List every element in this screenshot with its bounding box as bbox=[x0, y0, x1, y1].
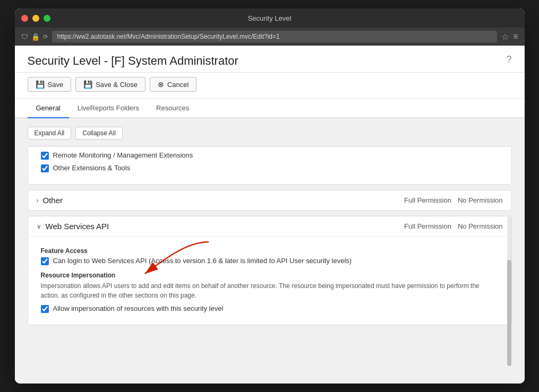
star-icon[interactable]: ☆ bbox=[501, 32, 509, 42]
cancel-icon: ⊗ bbox=[158, 80, 164, 89]
other-title-label: Other bbox=[43, 196, 63, 205]
list-item: Allow impersonation of resources with th… bbox=[41, 304, 499, 313]
scrollbar-thumb[interactable] bbox=[507, 260, 511, 366]
save-close-button[interactable]: 💾 Save & Close bbox=[75, 77, 146, 92]
list-item: Other Extensions & Tools bbox=[41, 164, 499, 172]
extensions-tools-section: Remote Monitoring / Management Extension… bbox=[28, 146, 512, 185]
save-label: Save bbox=[48, 81, 64, 89]
menu-icon[interactable]: ≡ bbox=[513, 32, 518, 42]
web-services-title-label: Web Services API bbox=[46, 222, 109, 231]
web-services-api-header[interactable]: ∨ Web Services API Full Permission No Pe… bbox=[28, 216, 511, 236]
list-item: Remote Monitoring / Management Extension… bbox=[41, 151, 499, 160]
can-login-label: Can login to Web Services API (Access to… bbox=[53, 257, 352, 265]
resource-impersonation-description: Impersonation allows API users to add an… bbox=[41, 281, 499, 300]
toolbar: 💾 Save 💾 Save & Close ⊗ Cancel bbox=[15, 73, 525, 99]
allow-impersonation-checkbox[interactable] bbox=[41, 305, 49, 313]
other-section: › Other Full Permission No Permission bbox=[28, 190, 512, 211]
remote-monitoring-checkbox[interactable] bbox=[41, 152, 49, 160]
addressbar: 🛡 🔒 ⟳ ☆ ≡ bbox=[15, 28, 525, 46]
page-header: Security Level - [F] System Administrato… bbox=[15, 46, 525, 73]
web-services-actions: Full Permission No Permission bbox=[404, 222, 502, 230]
other-section-header[interactable]: › Other Full Permission No Permission bbox=[28, 190, 511, 210]
close-button[interactable] bbox=[21, 15, 28, 22]
web-services-api-section: ∨ Web Services API Full Permission No Pe… bbox=[28, 216, 512, 325]
list-item: Can login to Web Services API (Access to… bbox=[41, 257, 499, 265]
titlebar: Security Level bbox=[15, 8, 525, 28]
page-title: Security Level - [F] System Administrato… bbox=[28, 54, 238, 68]
nav-icons: 🛡 🔒 ⟳ bbox=[21, 33, 48, 41]
cancel-button[interactable]: ⊗ Cancel bbox=[150, 77, 196, 92]
extensions-tools-body: Remote Monitoring / Management Extension… bbox=[28, 146, 511, 184]
help-icon[interactable]: ? bbox=[506, 54, 511, 65]
main-content: Expand All Collapse All Remote Monitorin… bbox=[15, 118, 525, 384]
other-extensions-checkbox[interactable] bbox=[41, 164, 49, 172]
collapse-all-button[interactable]: Collapse All bbox=[75, 127, 123, 140]
browser-window: Security Level 🛡 🔒 ⟳ ☆ ≡ Security Level … bbox=[15, 8, 525, 384]
web-services-api-title: ∨ Web Services API bbox=[37, 222, 109, 231]
save-close-label: Save & Close bbox=[96, 81, 138, 89]
tab-resources[interactable]: Resources bbox=[148, 99, 198, 118]
page-content: Security Level - [F] System Administrato… bbox=[15, 46, 525, 384]
bookmark-area: ☆ ≡ bbox=[501, 32, 518, 42]
save-button[interactable]: 💾 Save bbox=[28, 77, 72, 92]
shield-icon: 🛡 bbox=[21, 33, 28, 41]
tabs: General LiveReports Folders Resources bbox=[15, 99, 525, 118]
reload-icon: ⟳ bbox=[43, 33, 48, 40]
expand-collapse-row: Expand All Collapse All bbox=[28, 127, 512, 140]
save-close-icon: 💾 bbox=[83, 80, 92, 89]
web-services-body: Feature Access Can login to Web Services… bbox=[28, 236, 511, 325]
resource-impersonation-section: Resource Impersonation Impersonation all… bbox=[41, 272, 499, 313]
other-section-actions: Full Permission No Permission bbox=[404, 196, 502, 204]
cancel-label: Cancel bbox=[167, 81, 189, 89]
other-full-permission-link[interactable]: Full Permission bbox=[404, 196, 451, 204]
scrollbar[interactable] bbox=[507, 216, 511, 325]
remote-monitoring-label: Remote Monitoring / Management Extension… bbox=[53, 151, 193, 159]
chevron-right-icon: › bbox=[37, 197, 39, 204]
window-title: Security Level bbox=[248, 14, 292, 22]
allow-impersonation-label: Allow impersonation of resources with th… bbox=[53, 304, 224, 312]
feature-access-section: Feature Access Can login to Web Services… bbox=[41, 247, 499, 265]
lock-icon: 🔒 bbox=[31, 33, 40, 41]
tab-livereports[interactable]: LiveReports Folders bbox=[69, 99, 148, 118]
webapi-full-permission-link[interactable]: Full Permission bbox=[404, 222, 451, 230]
tab-general[interactable]: General bbox=[28, 99, 69, 118]
url-input[interactable] bbox=[52, 31, 498, 42]
resource-impersonation-title: Resource Impersonation bbox=[41, 272, 499, 279]
expand-all-button[interactable]: Expand All bbox=[28, 127, 72, 140]
other-section-title: › Other bbox=[37, 196, 63, 205]
webapi-no-permission-link[interactable]: No Permission bbox=[458, 222, 503, 230]
minimize-button[interactable] bbox=[32, 15, 39, 22]
other-extensions-label: Other Extensions & Tools bbox=[53, 164, 131, 172]
chevron-down-icon: ∨ bbox=[37, 223, 41, 230]
traffic-lights bbox=[21, 15, 50, 22]
can-login-checkbox[interactable] bbox=[41, 257, 49, 265]
feature-access-title: Feature Access bbox=[41, 247, 499, 255]
save-icon: 💾 bbox=[36, 80, 45, 89]
maximize-button[interactable] bbox=[44, 15, 50, 22]
other-no-permission-link[interactable]: No Permission bbox=[458, 196, 503, 204]
